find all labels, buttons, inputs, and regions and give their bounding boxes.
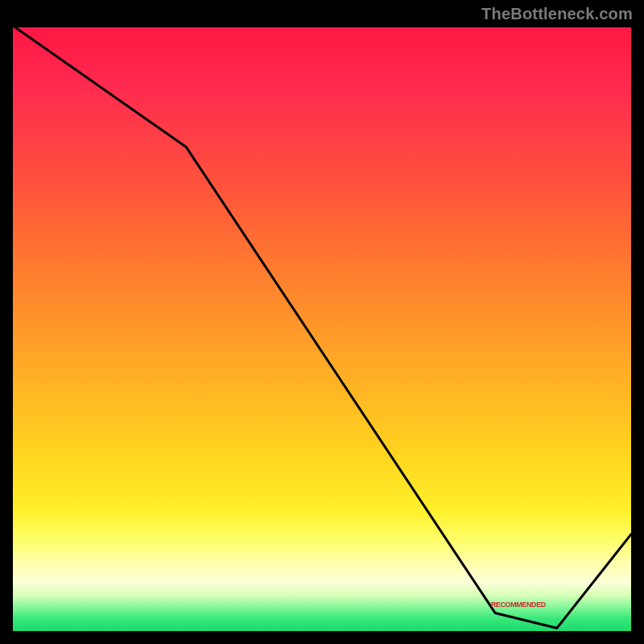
chart-frame: RECOMMENDED (13, 26, 631, 631)
series-line (13, 26, 631, 628)
chart-stage: TheBottleneck.com RECOMMENDED (0, 0, 644, 644)
recommended-annotation: RECOMMENDED (491, 601, 546, 609)
chart-overlay (13, 26, 631, 631)
watermark-text: TheBottleneck.com (481, 5, 633, 23)
